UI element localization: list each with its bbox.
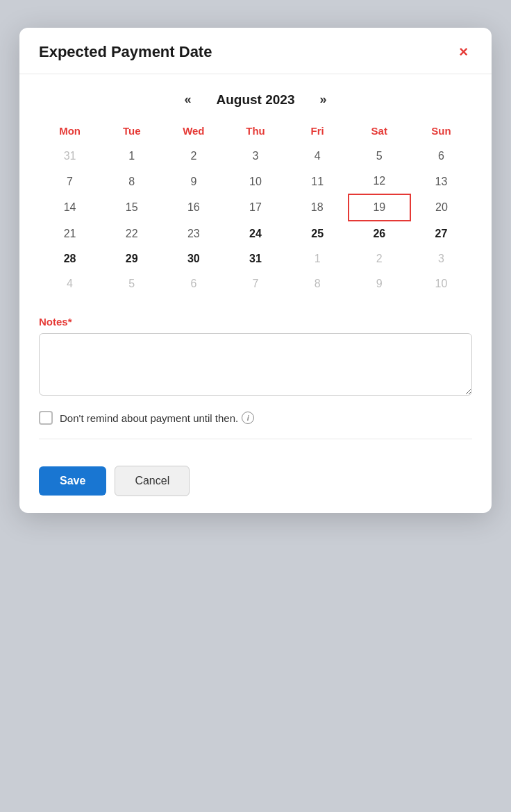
- calendar-day-5-out-month[interactable]: 5: [101, 271, 162, 296]
- calendar-day-31-out-month[interactable]: 31: [39, 144, 101, 169]
- modal-body: « August 2023 » MonTueWedThuFriSatSun 31…: [19, 74, 492, 453]
- modal-title: Expected Payment Date: [39, 43, 212, 61]
- calendar: « August 2023 » MonTueWedThuFriSatSun 31…: [39, 91, 472, 296]
- weekday-header-row: MonTueWedThuFriSatSun: [39, 122, 472, 144]
- calendar-day-18-in-month[interactable]: 18: [287, 194, 349, 221]
- calendar-day-27-bold-day[interactable]: 27: [410, 221, 472, 246]
- calendar-day-16-in-month[interactable]: 16: [162, 194, 224, 221]
- calendar-day-19-today[interactable]: 19: [349, 194, 410, 221]
- calendar-day-6-in-month[interactable]: 6: [410, 144, 472, 169]
- calendar-day-11-in-month[interactable]: 11: [287, 169, 349, 194]
- calendar-row-1: 78910111213: [39, 169, 472, 194]
- notes-label: Notes*: [39, 316, 472, 328]
- calendar-day-10-out-month[interactable]: 10: [410, 271, 472, 296]
- calendar-day-22-in-month[interactable]: 22: [101, 221, 162, 246]
- month-label: August 2023: [217, 92, 295, 108]
- calendar-day-30-bold-day[interactable]: 30: [162, 246, 224, 271]
- remind-label: Don't remind about payment until then. i: [60, 412, 254, 424]
- calendar-day-2-out-month[interactable]: 2: [349, 246, 410, 271]
- calendar-day-8-in-month[interactable]: 8: [101, 169, 162, 194]
- calendar-row-3: 21222324252627: [39, 221, 472, 246]
- weekday-wed: Wed: [162, 122, 224, 144]
- calendar-day-4-out-month[interactable]: 4: [39, 271, 101, 296]
- calendar-row-4: 28293031123: [39, 246, 472, 271]
- calendar-day-1-in-month[interactable]: 1: [101, 144, 162, 169]
- calendar-day-17-in-month[interactable]: 17: [224, 194, 286, 221]
- calendar-day-9-out-month[interactable]: 9: [349, 271, 410, 296]
- calendar-day-26-bold-day[interactable]: 26: [349, 221, 410, 246]
- weekday-thu: Thu: [224, 122, 286, 144]
- modal-overlay: Expected Payment Date × « August 2023 » …: [19, 28, 492, 513]
- calendar-day-12-in-month[interactable]: 12: [349, 169, 410, 194]
- prev-month-button[interactable]: «: [178, 91, 196, 108]
- modal-header: Expected Payment Date ×: [19, 28, 492, 74]
- calendar-day-23-in-month[interactable]: 23: [162, 221, 224, 246]
- calendar-row-2: 14151617181920: [39, 194, 472, 221]
- calendar-day-2-in-month[interactable]: 2: [162, 144, 224, 169]
- calendar-day-8-out-month[interactable]: 8: [287, 271, 349, 296]
- calendar-day-4-in-month[interactable]: 4: [287, 144, 349, 169]
- weekday-tue: Tue: [101, 122, 162, 144]
- calendar-day-6-out-month[interactable]: 6: [162, 271, 224, 296]
- modal: Expected Payment Date × « August 2023 » …: [19, 28, 492, 513]
- calendar-day-9-in-month[interactable]: 9: [162, 169, 224, 194]
- calendar-day-7-out-month[interactable]: 7: [224, 271, 286, 296]
- calendar-day-28-bold-day[interactable]: 28: [39, 246, 101, 271]
- calendar-day-5-in-month[interactable]: 5: [349, 144, 410, 169]
- notes-textarea[interactable]: [39, 333, 472, 396]
- calendar-day-29-bold-day[interactable]: 29: [101, 246, 162, 271]
- calendar-day-25-bold-day[interactable]: 25: [287, 221, 349, 246]
- calendar-day-15-in-month[interactable]: 15: [101, 194, 162, 221]
- weekday-sat: Sat: [349, 122, 410, 144]
- calendar-nav: « August 2023 »: [39, 91, 472, 108]
- calendar-day-14-in-month[interactable]: 14: [39, 194, 101, 221]
- calendar-day-24-bold-day[interactable]: 24: [224, 221, 286, 246]
- calendar-day-7-in-month[interactable]: 7: [39, 169, 101, 194]
- checkbox-row: Don't remind about payment until then. i: [39, 411, 472, 425]
- calendar-row-5: 45678910: [39, 271, 472, 296]
- calendar-day-3-out-month[interactable]: 3: [410, 246, 472, 271]
- calendar-grid: MonTueWedThuFriSatSun 311234567891011121…: [39, 122, 472, 296]
- calendar-day-13-in-month[interactable]: 13: [410, 169, 472, 194]
- calendar-row-0: 31123456: [39, 144, 472, 169]
- info-icon: i: [242, 412, 254, 424]
- calendar-day-20-in-month[interactable]: 20: [410, 194, 472, 221]
- modal-divider: [39, 439, 472, 439]
- save-button[interactable]: Save: [39, 466, 106, 496]
- remind-checkbox[interactable]: [39, 411, 53, 425]
- calendar-day-3-in-month[interactable]: 3: [224, 144, 286, 169]
- next-month-button[interactable]: »: [314, 91, 332, 108]
- close-button[interactable]: ×: [455, 43, 472, 61]
- weekday-fri: Fri: [287, 122, 349, 144]
- calendar-day-21-in-month[interactable]: 21: [39, 221, 101, 246]
- calendar-day-31-bold-day[interactable]: 31: [224, 246, 286, 271]
- weekday-mon: Mon: [39, 122, 101, 144]
- modal-footer: Save Cancel: [19, 453, 492, 513]
- cancel-button[interactable]: Cancel: [115, 466, 190, 496]
- weekday-sun: Sun: [410, 122, 472, 144]
- calendar-day-10-in-month[interactable]: 10: [224, 169, 286, 194]
- calendar-day-1-out-month[interactable]: 1: [287, 246, 349, 271]
